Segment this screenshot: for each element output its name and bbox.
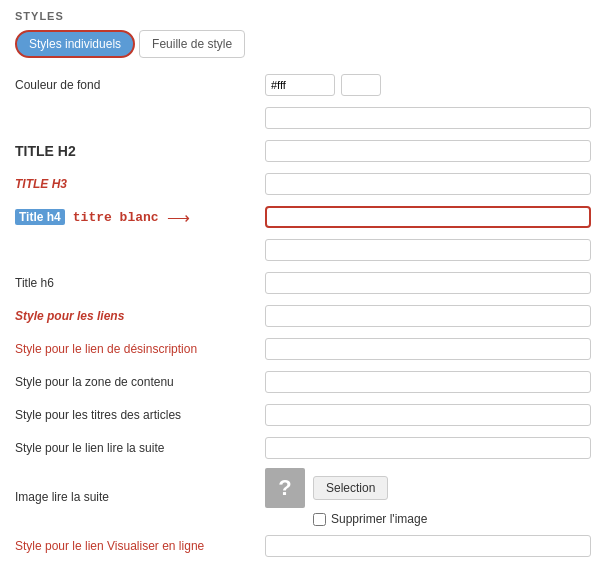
title-h4-field[interactable]: color:#fff!important; font-weight:bo bbox=[265, 206, 591, 228]
couleur-fond-value[interactable] bbox=[265, 74, 335, 96]
image-lire-row: Image lire la suite ? Selection Supprime… bbox=[15, 468, 591, 526]
couleur-fond-swatch[interactable] bbox=[341, 74, 381, 96]
selection-button[interactable]: Selection bbox=[313, 476, 388, 500]
couleur-fond-row: Couleur de fond bbox=[15, 72, 591, 98]
tab-individuels[interactable]: Styles individuels bbox=[15, 30, 135, 58]
lire-suite-row: Style pour le lien lire la suite cursor:… bbox=[15, 435, 591, 461]
title-h3-field[interactable]: font-size:12px; font-weight:bold; fo bbox=[265, 173, 591, 195]
title-h6-input bbox=[265, 272, 591, 294]
title-h4-input: color:#fff!important; font-weight:bo bbox=[265, 206, 591, 228]
desinscription-field[interactable]: color:#f71759 !important; cursor:p bbox=[265, 338, 591, 360]
font-bold-input: font-size:30px; font-weight:bold; bbox=[265, 107, 591, 129]
desinscription-input: color:#f71759 !important; cursor:p bbox=[265, 338, 591, 360]
arrow-icon: ⟶ bbox=[167, 208, 190, 227]
title-h2-input: line-height:20px; font-size:16px; co bbox=[265, 140, 591, 162]
title-h6-row: Title h6 bbox=[15, 270, 591, 296]
liens-row: Style pour les liens cursor:pointer; col… bbox=[15, 303, 591, 329]
title-h4-row: Title h4 titre blanc ⟶ color:#fff!import… bbox=[15, 204, 591, 230]
supprimer-label: Supprimer l'image bbox=[331, 512, 427, 526]
title-h4-text: titre blanc bbox=[73, 210, 159, 225]
title-h3-input: font-size:12px; font-weight:bold; fo bbox=[265, 173, 591, 195]
title-h2-field[interactable]: line-height:20px; font-size:16px; co bbox=[265, 140, 591, 162]
zone-contenu-input bbox=[265, 371, 591, 393]
title-h3-row: TITLE H3 font-size:12px; font-weight:bol… bbox=[15, 171, 591, 197]
visualiser-label: Style pour le lien Visualiser en ligne bbox=[15, 539, 265, 553]
lire-suite-field[interactable]: cursor:pointer; font-weight:bold; co bbox=[265, 437, 591, 459]
titres-articles-input bbox=[265, 404, 591, 426]
margin-row: margin:5px 0;font-size:16px;color:# bbox=[15, 237, 591, 263]
font-bold-row: font-size:30px; font-weight:bold; bbox=[15, 105, 591, 131]
couleur-fond-inputs bbox=[265, 74, 381, 96]
margin-field[interactable]: margin:5px 0;font-size:16px;color:# bbox=[265, 239, 591, 261]
image-lire-top: ? Selection bbox=[265, 468, 427, 508]
liens-field[interactable]: cursor:pointer; color:#d20541; te bbox=[265, 305, 591, 327]
lire-suite-input: cursor:pointer; font-weight:bold; co bbox=[265, 437, 591, 459]
desinscription-row: Style pour le lien de désinscription col… bbox=[15, 336, 591, 362]
tabs-row: Styles individuels Feuille de style bbox=[15, 30, 591, 58]
title-h2-label: TITLE H2 bbox=[15, 143, 265, 159]
desinscription-label: Style pour le lien de désinscription bbox=[15, 342, 265, 356]
title-h2-row: TITLE H2 line-height:20px; font-size:16p… bbox=[15, 138, 591, 164]
margin-input: margin:5px 0;font-size:16px;color:# bbox=[265, 239, 591, 261]
zone-contenu-field[interactable] bbox=[265, 371, 591, 393]
image-placeholder-icon: ? bbox=[265, 468, 305, 508]
styles-panel: STYLES Styles individuels Feuille de sty… bbox=[0, 0, 606, 562]
liens-label: Style pour les liens bbox=[15, 309, 265, 323]
visualiser-field[interactable]: color:#f71759 !important; cursor:p bbox=[265, 535, 591, 557]
zone-contenu-label: Style pour la zone de contenu bbox=[15, 375, 265, 389]
title-h4-label-wrap: Title h4 titre blanc ⟶ bbox=[15, 208, 265, 227]
titres-articles-label: Style pour les titres des articles bbox=[15, 408, 265, 422]
visualiser-row: Style pour le lien Visualiser en ligne c… bbox=[15, 533, 591, 559]
font-bold-field[interactable]: font-size:30px; font-weight:bold; bbox=[265, 107, 591, 129]
liens-input: cursor:pointer; color:#d20541; te bbox=[265, 305, 591, 327]
lire-suite-label: Style pour le lien lire la suite bbox=[15, 441, 164, 455]
couleur-fond-label: Couleur de fond bbox=[15, 78, 265, 92]
title-h3-label: TITLE H3 bbox=[15, 177, 265, 191]
title-h6-label: Title h6 bbox=[15, 276, 265, 290]
visualiser-input: color:#f71759 !important; cursor:p bbox=[265, 535, 591, 557]
supprimer-row: Supprimer l'image bbox=[313, 512, 427, 526]
titres-articles-row: Style pour les titres des articles bbox=[15, 402, 591, 428]
lire-suite-label-wrap: Style pour le lien lire la suite bbox=[15, 441, 265, 455]
image-lire-label: Image lire la suite bbox=[15, 490, 265, 504]
tab-feuille[interactable]: Feuille de style bbox=[139, 30, 245, 58]
section-title: STYLES bbox=[15, 10, 591, 22]
supprimer-checkbox[interactable] bbox=[313, 513, 326, 526]
titres-articles-field[interactable] bbox=[265, 404, 591, 426]
title-h6-field[interactable] bbox=[265, 272, 591, 294]
zone-contenu-row: Style pour la zone de contenu bbox=[15, 369, 591, 395]
image-lire-controls: ? Selection Supprimer l'image bbox=[265, 468, 427, 526]
title-h4-box: Title h4 bbox=[15, 209, 65, 225]
